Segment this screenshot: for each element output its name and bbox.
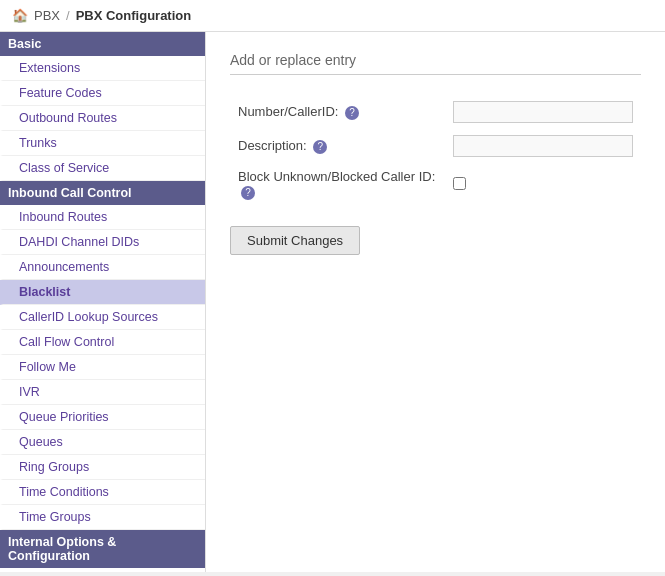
description-help-icon[interactable]: ? xyxy=(313,140,327,154)
block-unknown-checkbox[interactable] xyxy=(453,177,466,190)
description-row: Description: ? xyxy=(230,129,641,163)
block-unknown-help-icon[interactable]: ? xyxy=(241,186,255,200)
sidebar-item-conferences[interactable]: Conferences xyxy=(0,568,205,572)
divider xyxy=(230,74,641,75)
block-unknown-label: Block Unknown/Blocked Caller ID: xyxy=(238,169,435,184)
section-title: Add or replace entry xyxy=(230,52,641,68)
sidebar-item-extensions[interactable]: Extensions xyxy=(0,56,205,81)
form-table: Number/CallerID: ? Description: ? Bloc xyxy=(230,95,641,206)
sidebar-section-basic: Basic xyxy=(0,32,205,56)
breadcrumb-current: PBX Configuration xyxy=(76,8,192,23)
sidebar-item-ivr[interactable]: IVR xyxy=(0,380,205,405)
number-callerid-help-icon[interactable]: ? xyxy=(345,106,359,120)
block-unknown-row: Block Unknown/Blocked Caller ID: ? xyxy=(230,163,641,206)
breadcrumb-separator: / xyxy=(66,8,70,23)
sidebar-item-time-conditions[interactable]: Time Conditions xyxy=(0,480,205,505)
number-callerid-row: Number/CallerID: ? xyxy=(230,95,641,129)
sidebar-item-blacklist[interactable]: Blacklist xyxy=(0,280,205,305)
number-callerid-label: Number/CallerID: xyxy=(238,104,338,119)
breadcrumb-bar: 🏠 PBX / PBX Configuration xyxy=(0,0,665,32)
sidebar-item-trunks[interactable]: Trunks xyxy=(0,131,205,156)
sidebar-item-feature-codes[interactable]: Feature Codes xyxy=(0,81,205,106)
sidebar-item-inbound-routes[interactable]: Inbound Routes xyxy=(0,205,205,230)
submit-button[interactable]: Submit Changes xyxy=(230,226,360,255)
sidebar-section-internal-options-configuration: Internal Options & Configuration xyxy=(0,530,205,568)
sidebar-item-outbound-routes[interactable]: Outbound Routes xyxy=(0,106,205,131)
description-label: Description: xyxy=(238,138,307,153)
number-callerid-input[interactable] xyxy=(453,101,633,123)
main-content: Add or replace entry Number/CallerID: ? … xyxy=(206,32,665,572)
sidebar: BasicExtensionsFeature CodesOutbound Rou… xyxy=(0,32,206,572)
sidebar-item-follow-me[interactable]: Follow Me xyxy=(0,355,205,380)
sidebar-item-class-of-service[interactable]: Class of Service xyxy=(0,156,205,181)
sidebar-section-inbound-call-control: Inbound Call Control xyxy=(0,181,205,205)
sidebar-item-queue-priorities[interactable]: Queue Priorities xyxy=(0,405,205,430)
home-icon[interactable]: 🏠 xyxy=(12,8,28,23)
sidebar-item-call-flow-control[interactable]: Call Flow Control xyxy=(0,330,205,355)
sidebar-item-callerid-lookup-sources[interactable]: CallerID Lookup Sources xyxy=(0,305,205,330)
sidebar-item-ring-groups[interactable]: Ring Groups xyxy=(0,455,205,480)
sidebar-item-time-groups[interactable]: Time Groups xyxy=(0,505,205,530)
description-input[interactable] xyxy=(453,135,633,157)
sidebar-item-queues[interactable]: Queues xyxy=(0,430,205,455)
sidebar-item-dahdi-channel-dids[interactable]: DAHDI Channel DIDs xyxy=(0,230,205,255)
sidebar-item-announcements[interactable]: Announcements xyxy=(0,255,205,280)
breadcrumb-root[interactable]: PBX xyxy=(34,8,60,23)
